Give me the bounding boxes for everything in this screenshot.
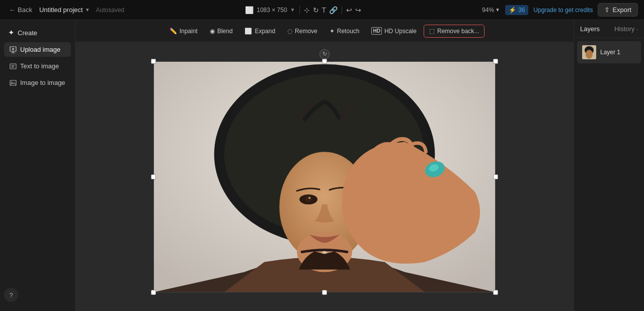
rotate-handle[interactable]: ↻ [319,49,330,59]
remove-tool[interactable]: ◌ Remove [282,25,323,37]
image-to-image-label: Image to image [20,79,65,86]
handle-middle-right[interactable] [493,174,498,179]
layer-thumbnail [582,45,596,59]
canvas-wrapper[interactable]: ↻ [75,42,574,311]
upgrade-button[interactable]: Upgrade to get credits [533,7,593,14]
portrait-svg [154,61,495,292]
canvas-dimensions: 1083 × 750 [257,7,287,14]
zoom-control[interactable]: 94% ▼ [482,7,500,14]
hd-upscale-label: HD Upscale [384,28,417,35]
handle-middle-left[interactable] [151,174,156,179]
svg-point-13 [308,196,310,198]
image-icon [9,79,17,86]
rotate-tool-icon[interactable]: ↻ [313,6,319,14]
layers-panel: Layers History › Layer 1 [574,20,644,311]
remove-label: Remove [295,28,317,35]
layers-header: Layers History › [574,20,644,38]
remove-background-tool[interactable]: ⬚ Remove back... [424,25,485,38]
hd-icon: HD [371,27,381,35]
export-button[interactable]: ⇧ Export [598,3,638,17]
select-tool-icon[interactable]: ⊹ [304,6,310,14]
blend-icon: ◉ [210,28,215,35]
create-button[interactable]: ✦ Create [4,25,71,40]
zoom-dropdown-icon: ▼ [495,7,500,13]
handle-top-right[interactable] [493,59,498,64]
plus-icon: ✦ [8,28,15,37]
project-title-group: Untitled project ▼ [39,6,90,14]
topbar-center: ⬜ 1083 × 750 ▼ ⊹ ↻ T 🔗 ↩ ↪ [245,6,361,14]
blend-label: Blend [217,28,233,35]
handle-bottom-right[interactable] [493,290,498,295]
layer-thumb-svg [582,45,596,59]
history-label: History [614,25,634,33]
project-dropdown-icon[interactable]: ▼ [85,7,90,13]
toolbar: ✏️ Inpaint ◉ Blend ⬜ Expand ◌ Remove ✦ R… [75,20,574,42]
canvas-area: ✏️ Inpaint ◉ Blend ⬜ Expand ◌ Remove ✦ R… [75,20,574,311]
topbar-left: ← Back Untitled project ▼ Autosaved [6,4,124,16]
upload-icon [9,46,17,53]
zoom-level: 94% [482,7,494,14]
expand-tool[interactable]: ⬜ Expand [239,25,280,37]
main-layout: ✦ Create Upload image Text to image Imag… [0,20,644,311]
undo-icon[interactable]: ↩ [346,6,352,14]
layer-name: Layer 1 [600,49,620,56]
divider [299,6,300,14]
sidebar-item-text-to-image[interactable]: Text to image [4,59,71,73]
retouch-tool[interactable]: ✦ Retouch [325,25,365,37]
create-label: Create [18,29,37,37]
handle-top-middle[interactable] [322,59,327,64]
eraser-icon: ◌ [287,28,292,35]
redo-icon[interactable]: ↪ [355,6,361,14]
text-to-image-label: Text to image [20,62,59,70]
history-tab[interactable]: History › [614,25,638,33]
back-button[interactable]: ← Back [6,4,35,16]
help-icon: ? [9,291,13,299]
credits-badge[interactable]: ⚡ 36 [505,5,528,15]
handle-top-left[interactable] [151,59,156,64]
sidebar-item-upload-image[interactable]: Upload image [4,42,71,57]
help-button[interactable]: ? [4,288,18,302]
svg-rect-2 [10,80,16,85]
canvas-frame: ↻ [153,61,496,292]
bolt-icon: ⚡ [509,7,516,14]
history-chevron-icon: › [636,27,638,32]
frame-icon: ⬜ [245,6,254,14]
svg-point-12 [305,195,312,202]
inpaint-tool[interactable]: ✏️ Inpaint [165,25,203,37]
back-arrow-icon: ← [9,6,16,14]
brush-icon: ✏️ [170,28,177,35]
hd-upscale-tool[interactable]: HD HD Upscale [366,25,421,37]
upload-image-label: Upload image [20,46,60,53]
topbar-right: 94% ▼ ⚡ 36 Upgrade to get credits ⇧ Expo… [482,3,638,17]
handle-bottom-middle[interactable] [322,290,327,295]
export-icon: ⇧ [604,6,610,14]
dimensions-dropdown-icon[interactable]: ▼ [290,7,295,13]
handle-bottom-left[interactable] [151,290,156,295]
layers-tab[interactable]: Layers [580,25,600,33]
text-tool-icon[interactable]: T [322,6,327,14]
divider2 [342,6,342,14]
inpaint-label: Inpaint [180,28,198,35]
back-label: Back [18,6,32,14]
sidebar-item-image-to-image[interactable]: Image to image [4,75,71,90]
text-icon [9,62,17,70]
credits-count: 36 [518,7,525,14]
canvas-image[interactable] [153,61,496,292]
remove-back-label: Remove back... [437,28,479,35]
expand-label: Expand [255,28,275,35]
svg-point-19 [586,50,593,59]
retouch-icon: ✦ [330,28,335,35]
blend-tool[interactable]: ◉ Blend [205,25,238,37]
expand-icon: ⬜ [245,28,252,35]
autosaved-label: Autosaved [96,7,125,14]
svg-point-3 [11,81,12,82]
project-title[interactable]: Untitled project [39,6,83,14]
retouch-label: Retouch [337,28,360,35]
topbar: ← Back Untitled project ▼ Autosaved ⬜ 10… [0,0,644,20]
rotate-icon: ↻ [323,51,327,57]
export-label: Export [612,6,631,14]
link-tool-icon[interactable]: 🔗 [329,6,338,14]
remove-bg-icon: ⬚ [429,28,435,35]
layer-item[interactable]: Layer 1 [577,41,641,63]
sidebar: ✦ Create Upload image Text to image Imag… [0,20,75,311]
